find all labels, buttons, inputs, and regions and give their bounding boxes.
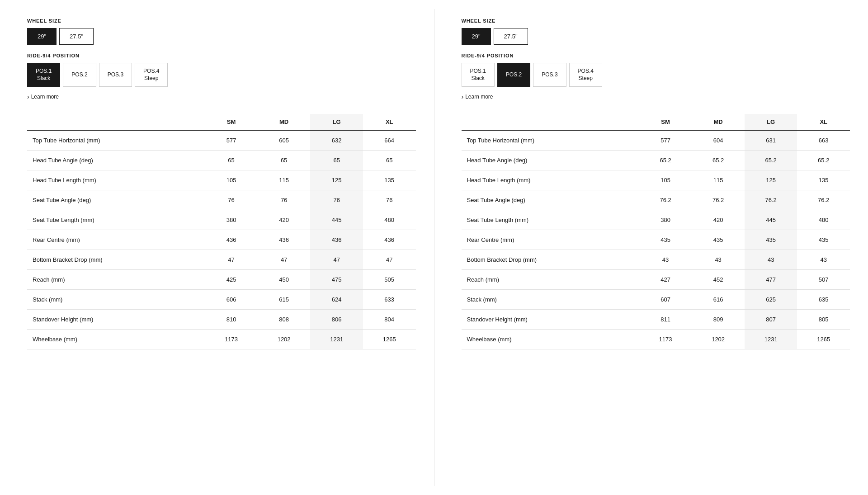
- position-btn-0-1[interactable]: POS.2: [63, 63, 96, 87]
- table-cell-0-8-2: 615: [258, 290, 311, 310]
- table-row: Head Tube Length (mm)105115125135: [27, 170, 416, 190]
- table-cell-1-5-2: 435: [692, 230, 745, 250]
- position-btn-0-2[interactable]: POS.3: [99, 63, 132, 87]
- table-cell-0-4-4: 480: [363, 210, 416, 230]
- table-cell-1-1-4: 65.2: [797, 151, 850, 170]
- table-cell-0-4-0: Seat Tube Length (mm): [27, 210, 205, 230]
- table-row: Head Tube Length (mm)105115125135: [462, 170, 850, 190]
- table-cell-1-6-3: 43: [745, 250, 797, 270]
- table-row: Wheelbase (mm)1173120212311265: [462, 330, 850, 349]
- wheel-size-btn-1-1[interactable]: 27.5": [494, 28, 528, 45]
- table-cell-1-5-1: 435: [639, 230, 692, 250]
- table-cell-1-4-0: Seat Tube Length (mm): [462, 210, 639, 230]
- table-cell-0-10-3: 1231: [310, 330, 363, 349]
- position-btn-1-0[interactable]: POS.1Slack: [462, 63, 495, 87]
- table-cell-1-6-0: Bottom Bracket Drop (mm): [462, 250, 639, 270]
- table-cell-1-9-2: 809: [692, 310, 745, 330]
- table-cell-1-4-2: 420: [692, 210, 745, 230]
- table-cell-1-8-1: 607: [639, 290, 692, 310]
- table-cell-0-2-3: 125: [310, 170, 363, 190]
- table-cell-0-5-2: 436: [258, 230, 311, 250]
- table-row: Seat Tube Angle (deg)76767676: [27, 190, 416, 210]
- col-header-1-4: XL: [797, 114, 850, 130]
- table-cell-1-2-4: 135: [797, 170, 850, 190]
- table-cell-0-1-2: 65: [258, 151, 311, 170]
- wheel-size-btn-0-0[interactable]: 29": [27, 28, 57, 45]
- col-header-0-3: LG: [310, 114, 363, 130]
- table-row: Standover Height (mm)811809807805: [462, 310, 850, 330]
- wheel-size-btn-0-1[interactable]: 27.5": [59, 28, 94, 45]
- table-cell-1-1-1: 65.2: [639, 151, 692, 170]
- table-cell-1-3-0: Seat Tube Angle (deg): [462, 190, 639, 210]
- table-cell-0-1-0: Head Tube Angle (deg): [27, 151, 205, 170]
- position-btn-1-2[interactable]: POS.3: [533, 63, 566, 87]
- wheel-size-btn-1-0[interactable]: 29": [462, 28, 491, 45]
- table-row: Reach (mm)425450475505: [27, 270, 416, 290]
- table-cell-0-9-0: Standover Height (mm): [27, 310, 205, 330]
- table-cell-0-2-1: 105: [205, 170, 258, 190]
- table-cell-0-4-3: 445: [310, 210, 363, 230]
- table-cell-0-1-4: 65: [363, 151, 416, 170]
- table-cell-1-7-2: 452: [692, 270, 745, 290]
- table-cell-1-2-0: Head Tube Length (mm): [462, 170, 639, 190]
- col-header-0-4: XL: [363, 114, 416, 130]
- table-cell-0-2-4: 135: [363, 170, 416, 190]
- learn-more-link-1[interactable]: Learn more: [462, 93, 493, 100]
- table-row: Head Tube Angle (deg)65.265.265.265.2: [462, 151, 850, 170]
- table-cell-1-5-4: 435: [797, 230, 850, 250]
- table-cell-1-10-2: 1202: [692, 330, 745, 349]
- page-container: WHEEL SIZE29"27.5"RIDE-9/4 POSITIONPOS.1…: [0, 0, 868, 495]
- learn-more-link-0[interactable]: Learn more: [27, 93, 59, 100]
- wheel-size-group-0: 29"27.5": [27, 28, 416, 45]
- table-cell-0-9-4: 804: [363, 310, 416, 330]
- table-cell-1-7-1: 427: [639, 270, 692, 290]
- table-cell-0-3-3: 76: [310, 190, 363, 210]
- table-cell-1-10-4: 1265: [797, 330, 850, 349]
- table-cell-1-4-1: 380: [639, 210, 692, 230]
- table-row: Wheelbase (mm)1173120212311265: [27, 330, 416, 349]
- table-row: Reach (mm)427452477507: [462, 270, 850, 290]
- position-btn-0-0[interactable]: POS.1Slack: [27, 63, 60, 87]
- table-row: Top Tube Horizontal (mm)577605632664: [27, 130, 416, 151]
- col-header-1-0: [462, 114, 639, 130]
- table-cell-0-4-2: 420: [258, 210, 311, 230]
- table-cell-0-8-3: 624: [310, 290, 363, 310]
- table-cell-0-1-1: 65: [205, 151, 258, 170]
- table-row: Rear Centre (mm)436436436436: [27, 230, 416, 250]
- table-cell-1-1-2: 65.2: [692, 151, 745, 170]
- table-cell-1-0-1: 577: [639, 130, 692, 151]
- table-cell-0-10-1: 1173: [205, 330, 258, 349]
- table-cell-0-0-1: 577: [205, 130, 258, 151]
- table-cell-0-5-4: 436: [363, 230, 416, 250]
- table-cell-1-7-3: 477: [745, 270, 797, 290]
- table-cell-1-5-3: 435: [745, 230, 797, 250]
- table-row: Rear Centre (mm)435435435435: [462, 230, 850, 250]
- position-group-1: POS.1SlackPOS.2POS.3POS.4Steep: [462, 63, 850, 87]
- table-cell-1-9-4: 805: [797, 310, 850, 330]
- position-btn-1-3[interactable]: POS.4Steep: [569, 63, 602, 87]
- table-cell-1-2-1: 105: [639, 170, 692, 190]
- table-cell-0-0-0: Top Tube Horizontal (mm): [27, 130, 205, 151]
- position-btn-1-1[interactable]: POS.2: [497, 63, 530, 87]
- table-cell-0-5-3: 436: [310, 230, 363, 250]
- table-cell-0-6-4: 47: [363, 250, 416, 270]
- table-cell-1-6-1: 43: [639, 250, 692, 270]
- position-label-1: RIDE-9/4 POSITION: [462, 53, 850, 58]
- table-row: Bottom Bracket Drop (mm)43434343: [462, 250, 850, 270]
- table-cell-0-6-3: 47: [310, 250, 363, 270]
- table-cell-0-7-1: 425: [205, 270, 258, 290]
- wheel-size-group-1: 29"27.5": [462, 28, 850, 45]
- table-cell-0-1-3: 65: [310, 151, 363, 170]
- table-row: Seat Tube Length (mm)380420445480: [27, 210, 416, 230]
- panel-right: WHEEL SIZE29"27.5"RIDE-9/4 POSITIONPOS.1…: [434, 9, 868, 486]
- table-cell-0-8-4: 633: [363, 290, 416, 310]
- wheel-size-label-1: WHEEL SIZE: [462, 18, 850, 24]
- table-cell-0-0-4: 664: [363, 130, 416, 151]
- table-cell-0-0-2: 605: [258, 130, 311, 151]
- spec-table-1: SMMDLGXLTop Tube Horizontal (mm)57760463…: [462, 114, 850, 349]
- table-cell-1-9-3: 807: [745, 310, 797, 330]
- spec-table-0: SMMDLGXLTop Tube Horizontal (mm)57760563…: [27, 114, 416, 349]
- table-cell-1-1-0: Head Tube Angle (deg): [462, 151, 639, 170]
- col-header-0-1: SM: [205, 114, 258, 130]
- position-btn-0-3[interactable]: POS.4Steep: [135, 63, 168, 87]
